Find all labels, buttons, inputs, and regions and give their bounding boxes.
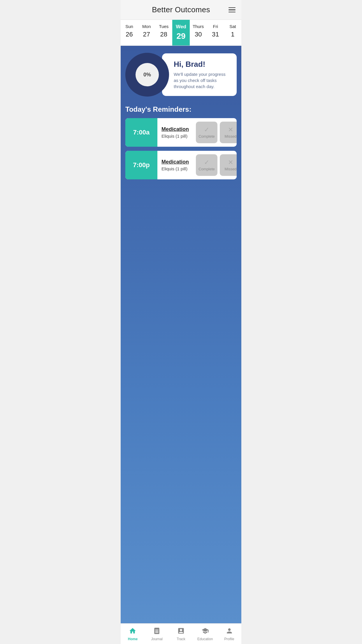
x-icon: ✕ [228,159,233,166]
nav-item-track[interactable]: Track [169,624,193,644]
missed-button-1[interactable]: ✕ Missed [220,154,237,176]
calendar-day-31[interactable]: Fri 31 [207,20,224,46]
cal-day-num: 31 [212,31,219,38]
cal-day-num: 1 [231,31,234,38]
profile-icon [226,627,233,636]
journal-icon [153,627,161,636]
reminder-card-1: 7:00p Medication Eliquis (1 pill) ✓ Comp… [125,151,237,179]
reminder-actions: ✓ Complete ✕ Missed [193,151,237,179]
complete-label: Complete [198,167,215,171]
reminder-time: 7:00p [133,161,150,169]
reminder-type: Medication [161,126,189,132]
reminders-title: Today's Reminders: [125,105,237,113]
progress-percent: 0% [143,72,151,78]
cal-day-num: 29 [176,32,185,41]
greeting-section: 0% Hi, Brad! We'll update your progress … [125,53,237,97]
complete-label: Complete [198,134,215,139]
calendar-day-1[interactable]: Sat 1 [224,20,241,46]
progress-circle-outer: 0% [125,53,169,97]
cal-day-name: Sat [229,24,236,29]
reminder-detail: Eliquis (1 pill) [161,134,189,139]
missed-label: Missed [224,167,236,171]
reminder-info: Medication Eliquis (1 pill) [157,151,193,179]
reminder-time: 7:00a [133,129,150,136]
calendar-day-26[interactable]: Sun 26 [121,20,138,46]
bottom-nav: Home Journal Track Education Profile [121,623,241,644]
cal-day-name: Thurs [193,24,204,29]
missed-label: Missed [224,134,236,139]
reminder-actions: ✓ Complete ✕ Missed [193,118,237,147]
nav-label-home: Home [128,637,138,641]
check-icon: ✓ [204,127,209,133]
greeting-card: Hi, Brad! We'll update your progress as … [162,53,237,96]
nav-label-journal: Journal [151,637,163,641]
complete-button-0[interactable]: ✓ Complete [196,122,217,143]
cal-day-name: Tues [159,24,168,29]
cal-day-name: Sun [125,24,133,29]
reminders-container: 7:00a Medication Eliquis (1 pill) ✓ Comp… [125,118,237,183]
nav-item-profile[interactable]: Profile [217,624,241,644]
app-header: Better Outcomes [121,0,241,20]
calendar-day-29[interactable]: Wed 29 [172,20,189,46]
cal-day-num: 27 [143,31,150,38]
progress-circle-inner: 0% [136,63,159,86]
nav-item-journal[interactable]: Journal [145,624,169,644]
reminder-card-0: 7:00a Medication Eliquis (1 pill) ✓ Comp… [125,118,237,147]
greeting-message: We'll update your progress as you check … [174,71,231,90]
check-icon: ✓ [204,159,209,166]
calendar-day-27[interactable]: Mon 27 [138,20,155,46]
track-icon [177,627,185,636]
x-icon: ✕ [228,127,233,133]
greeting-name: Hi, Brad! [174,60,231,69]
education-icon [201,627,209,636]
nav-label-track: Track [177,637,185,641]
main-content: 0% Hi, Brad! We'll update your progress … [121,46,241,623]
home-icon [129,627,136,636]
nav-item-home[interactable]: Home [121,624,145,644]
nav-label-profile: Profile [224,637,234,641]
nav-item-education[interactable]: Education [193,624,217,644]
cal-day-num: 30 [195,31,202,38]
reminder-type: Medication [161,159,189,165]
cal-day-num: 28 [160,31,167,38]
app-title: Better Outcomes [152,5,210,14]
reminder-detail: Eliquis (1 pill) [161,166,189,171]
cal-day-name: Fri [213,24,218,29]
missed-button-0[interactable]: ✕ Missed [220,122,237,143]
menu-button[interactable] [229,7,236,13]
cal-day-name: Wed [176,24,186,30]
cal-day-name: Mon [142,24,151,29]
complete-button-1[interactable]: ✓ Complete [196,154,217,176]
calendar-strip: Sun 26 Mon 27 Tues 28 Wed 29 Thurs 30 Fr… [121,20,241,46]
reminder-time-block: 7:00p [125,151,157,179]
calendar-day-28[interactable]: Tues 28 [155,20,172,46]
calendar-day-30[interactable]: Thurs 30 [190,20,207,46]
nav-label-education: Education [197,637,213,641]
reminder-time-block: 7:00a [125,118,157,147]
cal-day-num: 26 [126,31,133,38]
reminder-info: Medication Eliquis (1 pill) [157,118,193,147]
progress-circle: 0% [125,53,169,97]
